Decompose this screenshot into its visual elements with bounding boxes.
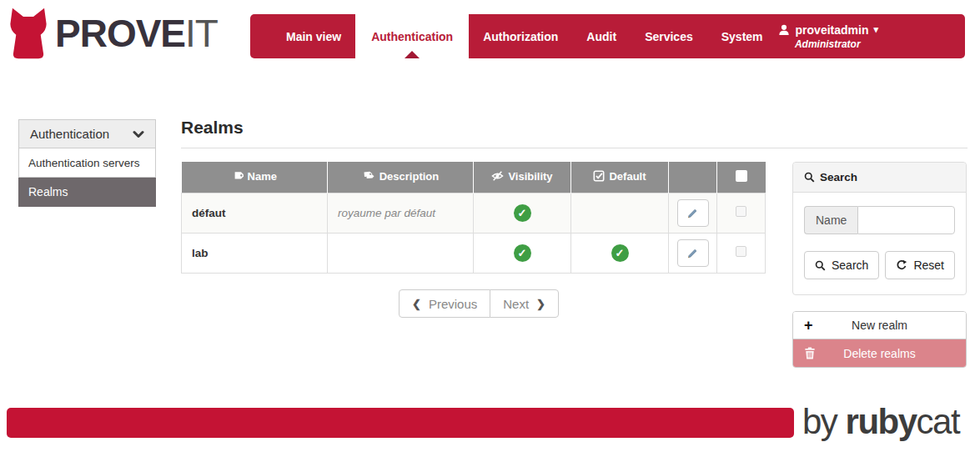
trash-icon <box>804 347 816 359</box>
nav-services[interactable]: Services <box>631 14 707 58</box>
search-panel: Search Name Search Reset <box>792 162 967 295</box>
select-all-checkbox[interactable] <box>736 170 747 182</box>
column-header-description: Description <box>328 162 474 193</box>
table-row: lab ✓ ✓ <box>182 233 766 273</box>
edit-realm-button[interactable] <box>677 239 709 267</box>
refresh-icon <box>896 259 907 271</box>
column-header-visibility: Visibility <box>474 162 571 193</box>
main-navbar: Main view Authentication Authorization A… <box>250 14 965 58</box>
caret-down-icon: ▾ <box>873 24 878 35</box>
reset-button[interactable]: Reset <box>885 251 955 279</box>
user-role: Administrator <box>795 38 861 50</box>
sidebar-item-authentication-servers[interactable]: Authentication servers <box>18 148 156 178</box>
page-title: Realms <box>181 118 244 138</box>
tag-icon <box>232 170 244 182</box>
new-realm-button[interactable]: + New realm <box>793 312 966 339</box>
search-button[interactable]: Search <box>804 251 879 279</box>
column-header-name: Name <box>182 162 328 193</box>
low-vision-icon <box>491 170 504 182</box>
realm-description: royaume par défaut <box>328 193 474 233</box>
nav-main-view[interactable]: Main view <box>272 14 355 58</box>
column-header-select-all <box>717 162 766 193</box>
user-menu[interactable]: proveitadmin ▾ Administrator <box>777 14 878 58</box>
proveit-logo: PROVEIT <box>7 7 218 60</box>
column-header-edit <box>669 162 717 193</box>
table-row: défaut royaume par défaut ✓ ✓ <box>182 193 766 233</box>
pagination: ❮ Previous Next ❯ <box>399 289 559 318</box>
visibility-check-icon: ✓ <box>514 244 531 262</box>
realm-description <box>328 233 474 273</box>
chevron-right-icon: ❯ <box>536 298 545 310</box>
search-icon <box>804 172 815 183</box>
previous-page-button[interactable]: ❮ Previous <box>399 289 490 318</box>
cat-icon <box>7 7 50 60</box>
footer-accent-bar <box>7 408 794 438</box>
nav-audit[interactable]: Audit <box>572 14 631 58</box>
row-checkbox[interactable] <box>736 246 746 257</box>
check-square-icon <box>593 170 605 182</box>
person-icon <box>777 23 791 37</box>
title-divider <box>181 148 967 148</box>
delete-realms-button[interactable]: Delete realms <box>793 339 966 367</box>
realm-actions-panel: + New realm Delete realms <box>792 311 967 368</box>
realm-name: lab <box>182 233 328 273</box>
nav-authentication[interactable]: Authentication <box>355 14 469 58</box>
chevron-down-icon <box>133 129 144 139</box>
name-search-input[interactable] <box>857 206 955 234</box>
rubycat-logo: by rubycat <box>802 402 959 442</box>
search-panel-header: Search <box>793 163 966 193</box>
chevron-left-icon: ❮ <box>412 298 421 310</box>
realm-name: défaut <box>182 193 328 233</box>
name-field-label: Name <box>804 206 857 234</box>
column-header-default: Default <box>571 162 669 193</box>
pencil-icon <box>686 207 699 219</box>
nav-system[interactable]: System <box>707 14 777 58</box>
nav-authorization[interactable]: Authorization <box>469 14 572 58</box>
plus-icon: + <box>804 318 813 333</box>
sidebar-item-realms[interactable]: Realms <box>18 178 156 207</box>
table-header-row: Name Description <box>182 162 766 193</box>
user-name: proveitadmin <box>796 23 869 37</box>
row-checkbox[interactable] <box>736 206 746 217</box>
default-check-icon: ✓ <box>611 244 629 262</box>
visibility-check-icon: ✓ <box>514 204 531 222</box>
tags-icon <box>362 170 375 182</box>
edit-realm-button[interactable] <box>677 199 709 227</box>
search-icon <box>815 260 826 271</box>
logo-wordmark: PROVEIT <box>55 7 218 60</box>
next-page-button[interactable]: Next ❯ <box>490 289 559 318</box>
sidebar-authentication-menu: Authentication Authentication servers Re… <box>18 119 156 207</box>
realms-table: Name Description <box>181 162 766 274</box>
sidebar-header-authentication[interactable]: Authentication <box>18 119 156 148</box>
pencil-icon <box>686 247 699 259</box>
